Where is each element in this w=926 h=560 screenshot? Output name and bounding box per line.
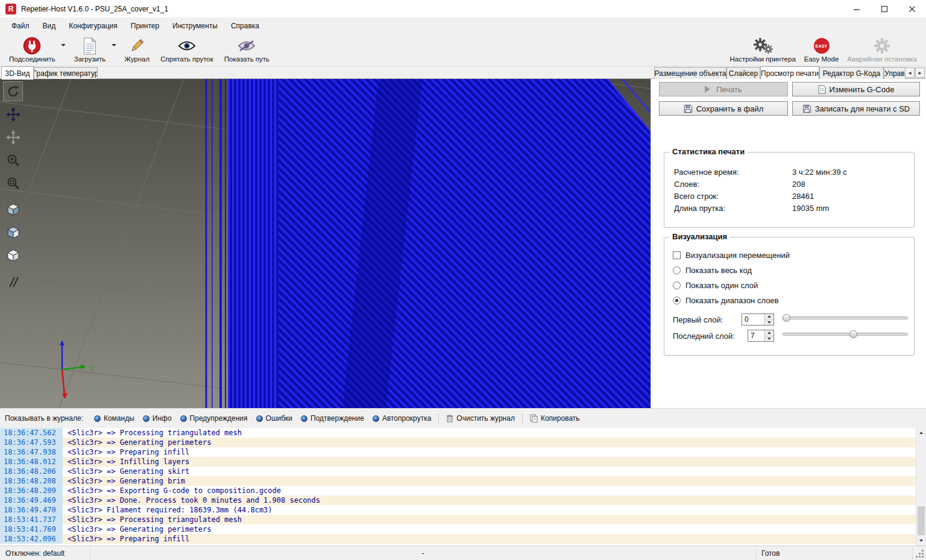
log-scrollbar[interactable] — [916, 428, 926, 546]
easy-mode-icon: EASY — [814, 36, 830, 55]
rotate-view-button[interactable] — [3, 81, 23, 101]
front-view-button[interactable] — [3, 222, 23, 242]
zoom-in-button[interactable] — [3, 150, 23, 170]
log-list[interactable]: 18:36:47.562 <Slic3r> => Processing tria… — [0, 428, 916, 546]
menu-item[interactable]: Инструменты — [166, 18, 224, 34]
show-layer-range-radio-row[interactable]: Показать диапазон слоев — [673, 296, 779, 305]
show-single-layer-radio-row[interactable]: Показать один слой — [673, 281, 758, 290]
log-message: <Slic3r> => Generating perimeters — [63, 438, 916, 447]
save-to-file-button[interactable]: Сохранить в файл — [659, 101, 788, 116]
printer-settings-button[interactable]: Настройки принтера — [725, 35, 799, 66]
scroll-down-icon[interactable] — [916, 536, 926, 546]
3d-viewport[interactable]: Y — [0, 79, 650, 408]
log-filter-toggle[interactable]: Команды — [94, 414, 134, 423]
main-toolbar: Подсоединить Загрузить — [0, 34, 926, 66]
floppy-icon — [684, 104, 693, 113]
first-layer-slider[interactable] — [783, 314, 908, 322]
parallel-projection-button[interactable] — [3, 272, 23, 292]
move-object-button[interactable] — [3, 127, 23, 147]
connect-dropdown[interactable] — [60, 35, 68, 66]
move-object-icon — [6, 130, 20, 145]
print-button[interactable]: Печать — [659, 82, 788, 96]
log-row: 18:36:48.208 <Slic3r> => Generating brim — [0, 476, 916, 486]
load-button[interactable]: Загрузить — [70, 35, 110, 66]
last-layer-slider[interactable] — [783, 330, 908, 339]
layer-range-radio[interactable] — [673, 297, 681, 304]
menu-item[interactable]: Конфигурация — [62, 18, 124, 34]
scrollbar-thumb[interactable] — [918, 506, 925, 535]
filter-led-icon — [373, 415, 379, 422]
load-dropdown[interactable] — [110, 35, 118, 66]
show-all-code-radio-row[interactable]: Показать весь код — [673, 266, 752, 275]
log-filter-toggle[interactable]: Инфо — [143, 414, 172, 423]
menu-item[interactable]: Справка — [224, 18, 266, 34]
visualization-group-title: Визуализация — [669, 232, 730, 241]
resize-grip[interactable] — [913, 546, 926, 560]
single-layer-radio[interactable] — [673, 282, 681, 289]
connect-button[interactable]: Подсоединить — [5, 35, 60, 66]
tab-3d-view[interactable]: 3D-Вид — [1, 66, 34, 80]
tab-object-placement[interactable]: Размещение объекта — [654, 67, 726, 79]
print-statistics-group: Статистика печати Расчетное время: 3 ч:2… — [664, 152, 915, 228]
log-row: 18:36:47.562 <Slic3r> => Processing tria… — [0, 428, 916, 438]
minimize-button[interactable] — [843, 0, 871, 17]
app-window: R Repetier-Host V1.6.0 - PSU_25A_cover_v… — [0, 0, 926, 560]
maximize-icon — [881, 5, 888, 13]
easy-mode-button[interactable]: EASY Easy Mode — [800, 35, 843, 66]
first-layer-slider-thumb[interactable] — [783, 314, 790, 322]
first-layer-spinner[interactable]: 0 — [742, 313, 774, 326]
status-bar: Отключен: default - Готов — [0, 546, 926, 560]
travel-checkbox[interactable] — [673, 251, 681, 259]
copy-log-button[interactable]: Копировать — [530, 414, 580, 423]
spin-down-icon[interactable] — [765, 336, 773, 342]
log-timestamp: 18:36:49.470 — [0, 505, 63, 515]
log-timestamp: 18:36:48.206 — [0, 467, 63, 476]
spin-down-icon[interactable] — [765, 319, 773, 326]
show-all-radio[interactable] — [673, 266, 681, 274]
trash-icon — [446, 414, 453, 423]
hide-filament-button[interactable]: Спрятать пруток — [156, 35, 218, 66]
tab-scroll-right-icon[interactable]: ▸ — [915, 68, 925, 78]
tab-slicer[interactable]: Слайсер — [726, 67, 760, 79]
maximize-button[interactable] — [871, 0, 898, 17]
journal-button[interactable]: Журнал — [120, 35, 154, 66]
menu-item[interactable]: Файл — [5, 18, 36, 34]
tab-temp-graph[interactable]: График температур — [34, 67, 98, 79]
show-travel-checkbox-row[interactable]: Визуализация перемещений — [673, 251, 790, 260]
log-timestamp: 18:36:47.562 — [0, 428, 63, 438]
edit-gcode-button[interactable]: Изменить G-Code — [792, 82, 920, 96]
menu-item[interactable]: Принтер — [124, 18, 166, 34]
tab-gcode-editor[interactable]: Редактор G-Кода — [819, 67, 884, 79]
log-filter-toggle[interactable]: Ошибки — [256, 414, 293, 423]
move-view-button[interactable] — [3, 104, 23, 124]
menu-bar: ФайлВидКонфигурацияПринтерИнструментыСпр… — [0, 18, 926, 34]
log-filter-toggle[interactable]: Подтверждение — [301, 414, 364, 423]
tab-manual-control[interactable]: Управ — [884, 67, 906, 79]
log-filter-toggle[interactable]: Предупреждения — [180, 414, 248, 423]
last-layer-label: Последний слой: — [673, 332, 735, 341]
save-to-sd-button[interactable]: Записать для печати с SD — [792, 101, 920, 116]
spin-up-icon[interactable] — [765, 314, 773, 319]
side-view-button[interactable] — [3, 245, 23, 265]
last-layer-spinner[interactable]: 7 — [748, 330, 774, 342]
spin-up-icon[interactable] — [765, 330, 773, 336]
menu-item[interactable]: Вид — [36, 18, 63, 34]
3d-scene[interactable]: Y — [0, 79, 650, 408]
show-path-button[interactable]: Показать путь — [220, 35, 274, 66]
last-layer-slider-thumb[interactable] — [849, 330, 857, 338]
isometric-view-button[interactable] — [3, 200, 23, 219]
tab-strip: 3D-Вид График температур Размещение объе… — [0, 66, 926, 79]
log-row: 18:36:49.469 <Slic3r> => Done. Process t… — [0, 496, 916, 505]
printed-object — [206, 79, 650, 408]
svg-text:Y: Y — [89, 365, 93, 372]
scroll-up-icon[interactable] — [916, 428, 926, 438]
clear-log-button[interactable]: Очистить журнал — [446, 414, 515, 423]
log-filter-toggle[interactable]: Автопрокрутка — [373, 414, 431, 423]
close-button[interactable] — [898, 0, 926, 17]
tab-print-preview[interactable]: Просмотр печати — [760, 66, 819, 80]
filter-led-icon — [256, 415, 263, 422]
log-row: 18:53:41.769 <Slic3r> => Generating peri… — [0, 524, 916, 534]
tab-scroll-left-icon[interactable]: ◂ — [905, 68, 915, 78]
zoom-region-button[interactable] — [3, 173, 23, 193]
emergency-stop-button[interactable]: Аварийная остановка — [843, 35, 921, 66]
